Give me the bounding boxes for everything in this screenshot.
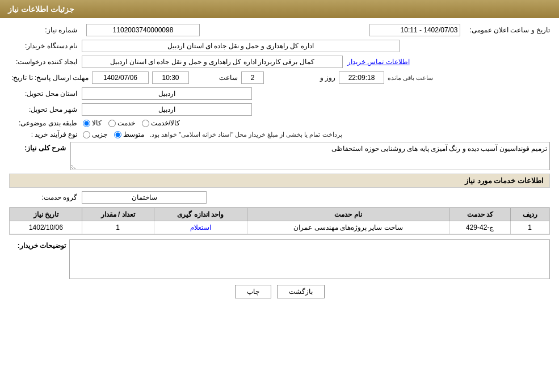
need-number-input[interactable] <box>86 24 200 36</box>
announcement-datetime-label: تاریخ و ساعت اعلان عمومی: <box>469 26 550 34</box>
category-option-khedmat[interactable]: خدمت <box>108 119 135 127</box>
category-option-kala-khedmat[interactable]: کالا/خدمت <box>142 119 180 127</box>
col-row: ردیف <box>511 208 549 221</box>
cell-name: ساخت سایر پروژه‌های مهندسی عمران <box>247 221 449 234</box>
buyer-desc-box <box>69 239 550 279</box>
col-name: نام حدمت <box>247 208 449 221</box>
deadline-date-input[interactable] <box>92 71 149 84</box>
requester-input[interactable] <box>82 56 343 68</box>
time-label: ساعت <box>192 74 238 82</box>
need-description-label: شرح کلی نیاز: <box>9 142 66 152</box>
announcement-datetime-input[interactable] <box>369 24 460 36</box>
service-group-input[interactable] <box>82 191 207 204</box>
purchase-type-label: نوع فرآیند خرید : <box>9 130 77 138</box>
cell-unit[interactable]: استعلام <box>154 221 247 234</box>
need-description-textarea[interactable]: ترمیم فونداسیون آسیب دیده و رنگ آمیزی پا… <box>70 142 550 170</box>
button-row: بازگشت چاپ <box>9 279 550 302</box>
service-group-label: گروه حدمت: <box>9 193 77 201</box>
requester-label: ایجاد کننده درخواست: <box>9 58 77 66</box>
purchase-type-radio-group: متوسط جزیی <box>83 130 144 138</box>
purchase-type-note: پرداخت تمام یا بخشی از مبلغ خریداز محل "… <box>150 131 342 138</box>
delivery-province-input[interactable] <box>82 87 252 100</box>
services-table: ردیف کد حدمت نام حدمت واحد اندازه گیری ت… <box>10 208 549 234</box>
table-row: 1 ج-42-429 ساخت سایر پروژه‌های مهندسی عم… <box>10 221 549 234</box>
col-date: تاریخ نیاز <box>10 208 82 221</box>
col-code: کد حدمت <box>449 208 511 221</box>
cell-qty: 1 <box>82 221 154 234</box>
category-label: طبقه بندی موضوعی: <box>9 119 77 127</box>
category-option-kala[interactable]: کالا <box>83 119 102 127</box>
cell-date: 1402/10/06 <box>10 221 82 234</box>
category-radio-group: کالا/خدمت خدمت کالا <box>83 119 180 127</box>
purchase-type-option-motavaset[interactable]: متوسط <box>114 130 144 138</box>
buyer-desc-section: توضیحات خریدار: <box>9 239 550 279</box>
delivery-city-label: شهر محل تحویل: <box>9 106 77 113</box>
back-button[interactable]: بازگشت <box>277 285 325 298</box>
days-input[interactable] <box>241 71 264 84</box>
remaining-input[interactable] <box>339 71 384 84</box>
time-input[interactable] <box>152 71 189 84</box>
contact-info-link[interactable]: اطلاعات تماس خریدار <box>347 58 410 66</box>
reply-deadline-label: مهلت ارسال پاسخ: تا تاریخ: <box>9 74 89 82</box>
buyer-org-input[interactable] <box>82 40 400 52</box>
page-header: جزئیات اطلاعات نیاز <box>0 0 559 18</box>
col-qty: تعداد / مقدار <box>82 208 154 221</box>
services-table-container: ردیف کد حدمت نام حدمت واحد اندازه گیری ت… <box>9 207 550 235</box>
services-section-title: اطلاعات خدمات مورد نیاز <box>9 174 550 188</box>
delivery-city-input[interactable] <box>82 103 252 116</box>
remaining-label: ساعت باقی مانده <box>388 74 433 82</box>
need-number-label: شماره نیاز: <box>9 26 77 34</box>
page-title: جزئیات اطلاعات نیاز <box>8 5 74 14</box>
buyer-desc-label: توضیحات خریدار: <box>9 239 66 250</box>
print-button[interactable]: چاپ <box>235 285 271 298</box>
cell-code: ج-42-429 <box>449 221 511 234</box>
purchase-type-option-jozii[interactable]: جزیی <box>83 130 107 138</box>
buyer-org-label: نام دستگاه خریدار: <box>9 42 77 50</box>
delivery-province-label: استان محل تحویل: <box>9 90 77 98</box>
days-label: روز و <box>267 74 335 82</box>
col-unit: واحد اندازه گیری <box>154 208 247 221</box>
cell-row: 1 <box>511 221 549 234</box>
